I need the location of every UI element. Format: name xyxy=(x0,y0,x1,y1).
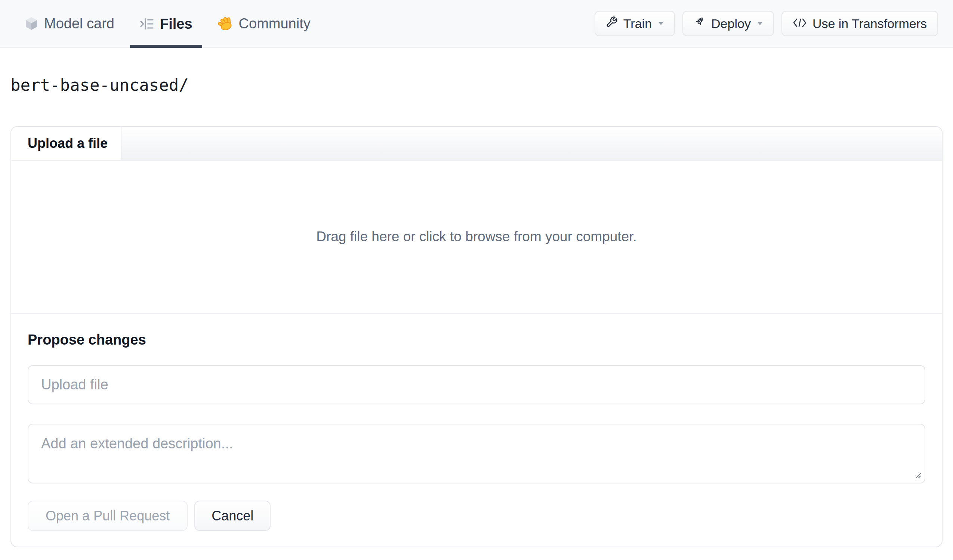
tab-community-label: Community xyxy=(239,15,310,32)
tab-community[interactable]: Community xyxy=(208,0,320,47)
tab-model-card-label: Model card xyxy=(44,15,114,32)
upload-a-file-tab[interactable]: Upload a file xyxy=(11,127,121,160)
train-button-label: Train xyxy=(623,16,652,31)
files-list-icon xyxy=(140,17,154,30)
propose-actions-row: Open a Pull Request Cancel xyxy=(28,501,925,531)
upload-card: Upload a file Drag file here or click to… xyxy=(11,126,942,547)
file-dropzone[interactable]: Drag file here or click to browse from y… xyxy=(11,161,942,314)
upload-a-file-tab-label: Upload a file xyxy=(28,136,108,151)
upload-filename-input[interactable] xyxy=(28,365,925,404)
repo-nav-bar: Model card Files xyxy=(0,0,953,48)
open-pull-request-label: Open a Pull Request xyxy=(46,508,170,524)
upload-card-tabstrip: Upload a file xyxy=(11,127,942,161)
waving-hand-icon xyxy=(218,16,233,31)
train-button[interactable]: Train xyxy=(594,11,675,36)
tab-model-card[interactable]: Model card xyxy=(15,0,124,47)
deploy-button-label: Deploy xyxy=(711,16,751,31)
description-field-wrapper xyxy=(28,424,925,483)
repo-action-buttons: Train D xyxy=(594,0,938,47)
deploy-button[interactable]: Deploy xyxy=(683,11,774,36)
code-icon xyxy=(793,16,807,31)
use-in-transformers-label: Use in Transformers xyxy=(812,16,927,31)
open-pull-request-button[interactable]: Open a Pull Request xyxy=(28,501,188,531)
extended-description-textarea[interactable] xyxy=(28,424,925,483)
tab-files[interactable]: Files xyxy=(130,0,202,48)
wrench-icon xyxy=(606,16,618,31)
tab-files-label: Files xyxy=(160,16,192,32)
page: Model card Files xyxy=(0,0,953,560)
chevron-down-icon xyxy=(658,22,664,26)
propose-changes-section: Propose changes Open a Pull Request Canc… xyxy=(11,314,942,546)
cube-icon xyxy=(25,16,38,31)
repo-tabs: Model card Files xyxy=(15,0,320,47)
propose-changes-heading: Propose changes xyxy=(28,331,925,349)
resize-handle-icon[interactable] xyxy=(914,472,922,479)
use-in-transformers-button[interactable]: Use in Transformers xyxy=(781,11,938,36)
dropzone-hint-text: Drag file here or click to browse from y… xyxy=(316,229,637,244)
repo-path: bert-base-uncased/ xyxy=(11,75,953,96)
cancel-button[interactable]: Cancel xyxy=(194,501,270,531)
cancel-label: Cancel xyxy=(211,508,253,524)
chevron-down-icon xyxy=(757,22,763,26)
rocket-icon xyxy=(694,16,706,31)
